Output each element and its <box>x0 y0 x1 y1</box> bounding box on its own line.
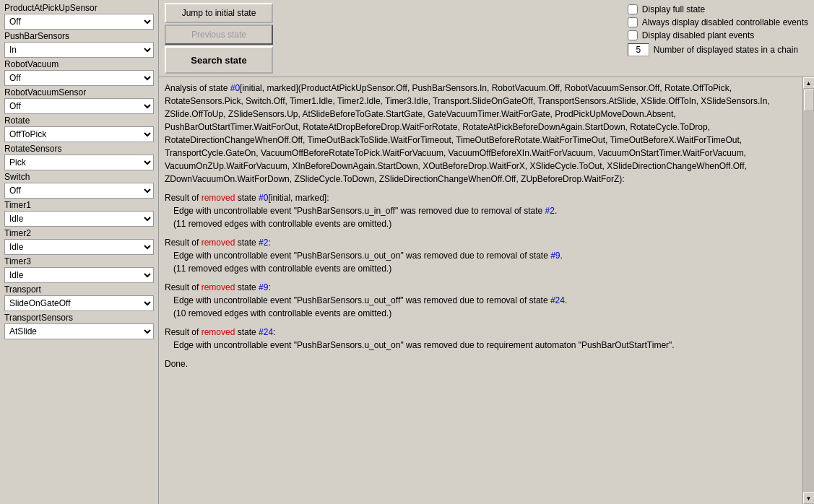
display-full-state-row: Display full state <box>628 4 808 14</box>
omit-line-0: (11 removed edges with controllable even… <box>173 217 797 230</box>
display-full-state-checkbox[interactable] <box>628 4 638 14</box>
edge-line-24: Edge with uncontrollable event "PushBarS… <box>173 339 797 352</box>
chain-number-input[interactable] <box>628 43 649 56</box>
display-disabled-plant-row: Display disabled plant events <box>628 30 808 40</box>
sidebar-select-11[interactable]: AtSlideAtGate <box>4 323 154 339</box>
sidebar-select-1[interactable]: InOut <box>4 42 154 58</box>
sidebar-item-9: Timer3IdleRunning <box>4 256 154 283</box>
sidebar-label-6: Switch <box>4 172 154 182</box>
sidebar-select-3[interactable]: OffOn <box>4 98 154 114</box>
edge-text-0: Edge with uncontrollable event "PushBarS… <box>173 206 545 216</box>
sidebar-label-5: RotateSensors <box>4 144 154 154</box>
state-middle-9: state <box>235 282 259 292</box>
sidebar-label-3: RobotVacuumSensor <box>4 87 154 97</box>
result-of-label-2: Result of <box>165 238 202 248</box>
always-display-disabled-checkbox[interactable] <box>628 17 638 27</box>
removed-word-9: removed <box>202 282 235 292</box>
edge-line-9: Edge with uncontrollable event "PushBarS… <box>173 294 797 307</box>
analysis-suffix: [initial, marked](ProductAtPickUpSensor.… <box>165 83 770 184</box>
analysis-intro: Analysis of state <box>165 83 230 93</box>
scroll-down-button[interactable]: ▼ <box>803 492 815 504</box>
sidebar-item-10: TransportSlideOnGateOffSlideOnGateOn <box>4 284 154 311</box>
removed-header-24: Result of removed state #24: <box>165 326 797 339</box>
edge-state-9: #24 <box>550 295 565 305</box>
sidebar-select-4[interactable]: OffToPickPickToOff <box>4 126 154 142</box>
sidebar-item-6: SwitchOffOn <box>4 172 154 199</box>
sidebar-select-8[interactable]: IdleRunning <box>4 239 154 255</box>
sidebar-label-0: ProductAtPickUpSensor <box>4 3 154 13</box>
sidebar-label-11: TransportSensors <box>4 313 154 323</box>
edge-text-2: Edge with uncontrollable event "PushBarS… <box>173 251 550 261</box>
state-suffix-2: : <box>268 238 270 248</box>
sidebar-item-3: RobotVacuumSensorOffOn <box>4 87 154 114</box>
main-panel: Jump to initial state Previous state Sea… <box>159 0 814 504</box>
state-suffix-24: : <box>273 327 275 337</box>
sidebar-item-7: Timer1IdleRunning <box>4 200 154 227</box>
edge-line-2: Edge with uncontrollable event "PushBarS… <box>173 249 797 262</box>
result-of-label-24: Result of <box>165 327 202 337</box>
sidebar-item-1: PushBarSensorsInOut <box>4 31 154 58</box>
search-state-button[interactable]: Search state <box>165 46 273 74</box>
sidebar-label-4: Rotate <box>4 116 154 126</box>
edge-state-0: #2 <box>545 206 555 216</box>
sidebar-item-0: ProductAtPickUpSensorOffOn <box>4 3 154 30</box>
removed-section-9: Result of removed state #9: Edge with un… <box>165 281 797 320</box>
checkboxes-column: Display full state Always display disabl… <box>628 3 808 56</box>
state-num-2: #2 <box>259 238 268 248</box>
omit-line-9: (10 removed edges with controllable even… <box>173 307 797 320</box>
state-middle-0: state <box>235 193 259 203</box>
done-section: Done. <box>165 357 797 370</box>
sidebar-label-9: Timer3 <box>4 256 154 266</box>
removed-word-0: removed <box>202 193 235 203</box>
state-ref-0: #0 <box>230 83 240 93</box>
sidebar-select-6[interactable]: OffOn <box>4 183 154 199</box>
always-display-disabled-row: Always display disabled controllable eve… <box>628 17 808 27</box>
edge-text-9: Edge with uncontrollable event "PushBarS… <box>173 295 550 305</box>
sidebar-label-8: Timer2 <box>4 228 154 238</box>
result-of-label-9: Result of <box>165 282 202 292</box>
state-middle-2: state <box>235 238 259 248</box>
chain-number-label: Number of displayed states in a chain <box>654 45 798 55</box>
display-full-state-label: Display full state <box>642 4 705 14</box>
always-display-disabled-label: Always display disabled controllable eve… <box>642 17 808 27</box>
omit-line-2: (11 removed edges with controllable even… <box>173 262 797 275</box>
done-text: Done. <box>165 359 188 369</box>
state-num-0: #0 <box>259 193 268 203</box>
sidebar-label-1: PushBarSensors <box>4 31 154 41</box>
removed-section-0: Result of removed state #0[initial, mark… <box>165 191 797 230</box>
sidebar-item-11: TransportSensorsAtSlideAtGate <box>4 313 154 339</box>
sidebar-select-2[interactable]: OffOn <box>4 70 154 86</box>
result-of-label-0: Result of <box>165 193 202 203</box>
edge-end-9: . <box>565 295 567 305</box>
scroll-track[interactable] <box>803 89 815 492</box>
scroll-thumb[interactable] <box>804 90 814 111</box>
display-disabled-plant-checkbox[interactable] <box>628 30 638 40</box>
sidebar-select-7[interactable]: IdleRunning <box>4 211 154 227</box>
omit-text-2: (11 removed edges with controllable even… <box>173 264 391 274</box>
chain-number-row: Number of displayed states in a chain <box>628 43 808 56</box>
omit-text-0: (11 removed edges with controllable even… <box>173 219 391 229</box>
sidebar-select-10[interactable]: SlideOnGateOffSlideOnGateOn <box>4 295 154 311</box>
sidebar-select-9[interactable]: IdleRunning <box>4 267 154 283</box>
sidebar-label-2: RobotVacuum <box>4 59 154 69</box>
sidebar: ProductAtPickUpSensorOffOnPushBarSensors… <box>0 0 159 504</box>
removed-section-2: Result of removed state #2: Edge with un… <box>165 236 797 275</box>
omit-text-9: (10 removed edges with controllable even… <box>173 308 391 318</box>
buttons-column: Jump to initial state Previous state Sea… <box>165 3 273 74</box>
jump-to-initial-button[interactable]: Jump to initial state <box>165 3 273 23</box>
edge-line-0: Edge with uncontrollable event "PushBarS… <box>173 204 797 217</box>
sidebar-select-5[interactable]: PickOff <box>4 155 154 170</box>
sidebar-label-7: Timer1 <box>4 200 154 210</box>
vertical-scrollbar[interactable]: ▲ ▼ <box>802 77 814 504</box>
sidebar-select-0[interactable]: OffOn <box>4 14 154 30</box>
state-num-24: #24 <box>259 327 273 337</box>
sidebar-item-8: Timer2IdleRunning <box>4 228 154 255</box>
sidebar-item-4: RotateOffToPickPickToOff <box>4 116 154 142</box>
analysis-block: Analysis of state #0[initial, marked](Pr… <box>165 82 797 186</box>
scroll-up-button[interactable]: ▲ <box>803 77 815 89</box>
previous-state-button[interactable]: Previous state <box>165 25 273 45</box>
removed-word-2: removed <box>202 238 235 248</box>
edge-end-0: . <box>555 206 557 216</box>
edge-end-2: . <box>560 251 563 261</box>
removed-header-9: Result of removed state #9: <box>165 281 797 294</box>
